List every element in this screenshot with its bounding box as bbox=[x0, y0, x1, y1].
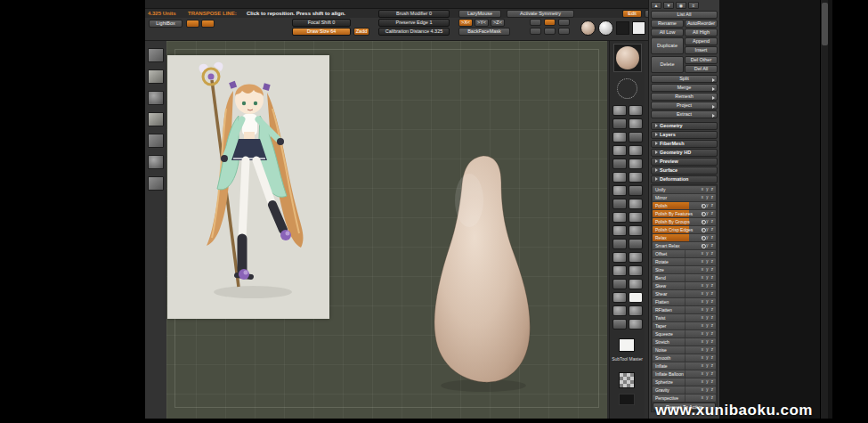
perspective-slider[interactable]: Perspectivex y z bbox=[653, 395, 716, 402]
brush-thumb-icon[interactable] bbox=[629, 239, 643, 249]
material-sphere-icon[interactable] bbox=[580, 20, 596, 36]
brush-thumb-icon[interactable] bbox=[629, 292, 643, 303]
axis-toggles[interactable]: x y z bbox=[702, 234, 714, 241]
axis-toggles[interactable]: x y z bbox=[702, 266, 714, 273]
brush-thumb-icon[interactable] bbox=[629, 252, 643, 263]
tray-thumbnail-7[interactable] bbox=[148, 176, 164, 191]
brush-thumb-icon[interactable] bbox=[629, 172, 643, 183]
axis-toggles[interactable]: x y z bbox=[702, 202, 714, 209]
lightbox-button[interactable]: LightBox bbox=[149, 20, 183, 28]
brush-thumb-icon[interactable] bbox=[612, 319, 627, 329]
duplicate-button[interactable]: Duplicate bbox=[651, 37, 684, 54]
relax-row[interactable]: Relaxx y z bbox=[653, 234, 716, 241]
brush-thumb-icon[interactable] bbox=[612, 132, 627, 142]
sculpt-model[interactable] bbox=[405, 146, 556, 397]
all-high-button[interactable]: All High bbox=[685, 28, 718, 37]
color-swatch-icon[interactable] bbox=[632, 21, 645, 35]
brush-thumb-icon[interactable] bbox=[612, 118, 627, 129]
flatten-slider[interactable]: Flattenx y z bbox=[653, 298, 716, 305]
section-header-layers[interactable]: Layers bbox=[651, 131, 718, 139]
brush-thumb-icon[interactable] bbox=[612, 105, 627, 116]
brush-thumb-icon[interactable] bbox=[629, 185, 643, 196]
list-all-button[interactable]: List All bbox=[651, 11, 718, 19]
brush-thumb-icon[interactable] bbox=[629, 132, 643, 142]
brush-thumb-icon[interactable] bbox=[629, 305, 643, 316]
brush-thumb-icon[interactable] bbox=[612, 185, 627, 196]
symmetry-z-button[interactable]: >Z< bbox=[491, 19, 505, 27]
axis-toggles[interactable]: x y z bbox=[702, 314, 714, 321]
offset-slider[interactable]: Offsetx y z bbox=[653, 250, 716, 257]
axis-toggles[interactable]: x y z bbox=[702, 354, 714, 362]
mirror-row[interactable]: Mirrorx y z bbox=[653, 194, 716, 201]
lazymouse-button[interactable]: LazyMouse bbox=[458, 10, 501, 18]
brush-thumb-icon[interactable] bbox=[612, 212, 627, 223]
brush-thumb-icon[interactable] bbox=[629, 199, 643, 209]
axis-toggles[interactable]: x y z bbox=[702, 274, 714, 281]
rflatten-slider[interactable]: RFlattenx y z bbox=[653, 306, 716, 313]
subtool-list-icon[interactable]: ≡ bbox=[688, 2, 699, 9]
tray-thumbnail-3[interactable] bbox=[148, 91, 164, 105]
shelf-icon-grid-3[interactable] bbox=[558, 19, 570, 26]
preserve-edge-slider[interactable]: Preserve Edge 1 bbox=[378, 19, 450, 27]
brush-thumb-icon[interactable] bbox=[612, 172, 627, 183]
tray-thumbnail-2[interactable] bbox=[148, 69, 164, 84]
gravity-slider[interactable]: Gravityx y z bbox=[653, 386, 716, 394]
skew-slider[interactable]: Skewx y z bbox=[653, 282, 716, 289]
append-button[interactable]: Append bbox=[685, 37, 718, 45]
axis-toggles[interactable]: x y z bbox=[702, 186, 714, 193]
polish-by-features-row[interactable]: Polish By Featuresx y z bbox=[653, 210, 716, 217]
alpha-sphere-icon[interactable] bbox=[598, 20, 613, 36]
axis-toggles[interactable]: x y z bbox=[702, 395, 714, 402]
axis-toggles[interactable]: x y z bbox=[702, 322, 714, 329]
twist-slider[interactable]: Twistx y z bbox=[653, 314, 716, 321]
axis-toggles[interactable]: x y z bbox=[702, 282, 714, 289]
axis-toggles[interactable]: x y z bbox=[702, 370, 714, 378]
tray-thumbnail-4[interactable] bbox=[148, 112, 164, 126]
smooth-slider[interactable]: Smoothx y z bbox=[653, 354, 716, 362]
brush-thumb-icon[interactable] bbox=[612, 252, 627, 263]
bend-slider[interactable]: Bendx y z bbox=[653, 274, 716, 281]
brush-thumb-icon[interactable] bbox=[629, 105, 643, 116]
subtool-eye-icon[interactable]: ◉ bbox=[676, 2, 686, 9]
scrollbar-handle[interactable] bbox=[822, 3, 828, 45]
brush-thumb-icon[interactable] bbox=[629, 225, 643, 236]
rename-button[interactable]: Rename bbox=[651, 20, 684, 28]
rotate-slider[interactable]: Rotatex y z bbox=[653, 258, 716, 265]
stretch-slider[interactable]: Stretchx y z bbox=[653, 338, 716, 346]
symmetry-y-button[interactable]: >Y< bbox=[475, 19, 489, 27]
draw-size-slider[interactable]: Draw Size 64 bbox=[292, 28, 351, 36]
brush-thumb-icon[interactable] bbox=[612, 199, 627, 209]
subtool-down-arrow-icon[interactable]: ▼ bbox=[663, 2, 674, 9]
axis-toggles[interactable]: x y z bbox=[702, 210, 714, 217]
tray-thumbnail-5[interactable] bbox=[148, 134, 164, 148]
axis-toggles[interactable]: x y z bbox=[702, 290, 714, 297]
brush-thumb-icon[interactable] bbox=[612, 159, 627, 169]
edit-mode-button[interactable]: Edit bbox=[622, 10, 642, 18]
remesh-button[interactable]: Remesh bbox=[651, 93, 718, 101]
axis-toggles[interactable]: x y z bbox=[702, 242, 714, 249]
brush-thumb-icon[interactable] bbox=[629, 145, 643, 156]
brush-thumb-icon[interactable] bbox=[629, 118, 643, 129]
delete-button[interactable]: Delete bbox=[651, 56, 684, 73]
brush-thumb-icon[interactable] bbox=[629, 159, 643, 169]
autoreorder-button[interactable]: AutoReorder bbox=[685, 20, 718, 28]
axis-toggles[interactable]: x y z bbox=[702, 362, 714, 370]
merge-button[interactable]: Merge bbox=[651, 84, 718, 92]
axis-toggles[interactable]: x y z bbox=[702, 330, 714, 338]
split-button[interactable]: Split bbox=[651, 75, 718, 83]
subtool-up-arrow-icon[interactable]: ▲ bbox=[651, 2, 661, 9]
texture-checker-icon[interactable] bbox=[619, 372, 635, 388]
brush-thumb-icon[interactable] bbox=[612, 305, 627, 316]
spherize-slider[interactable]: Spherizex y z bbox=[653, 378, 716, 386]
size-slider[interactable]: Sizex y z bbox=[653, 266, 716, 273]
axis-toggles[interactable]: x y z bbox=[702, 218, 714, 225]
shear-slider[interactable]: Shearx y z bbox=[653, 290, 716, 297]
axis-toggles[interactable]: x y z bbox=[702, 258, 714, 265]
squeeze-slider[interactable]: Squeezex y z bbox=[653, 330, 716, 338]
activate-symmetry-button[interactable]: Activate Symmetry bbox=[507, 10, 574, 18]
del-other-button[interactable]: Del Other bbox=[685, 56, 718, 64]
brush-thumb-icon[interactable] bbox=[612, 265, 627, 276]
brush-thumb-icon[interactable] bbox=[612, 145, 627, 156]
texture-swatch-icon[interactable] bbox=[616, 21, 629, 35]
extract-button[interactable]: Extract bbox=[651, 110, 718, 118]
